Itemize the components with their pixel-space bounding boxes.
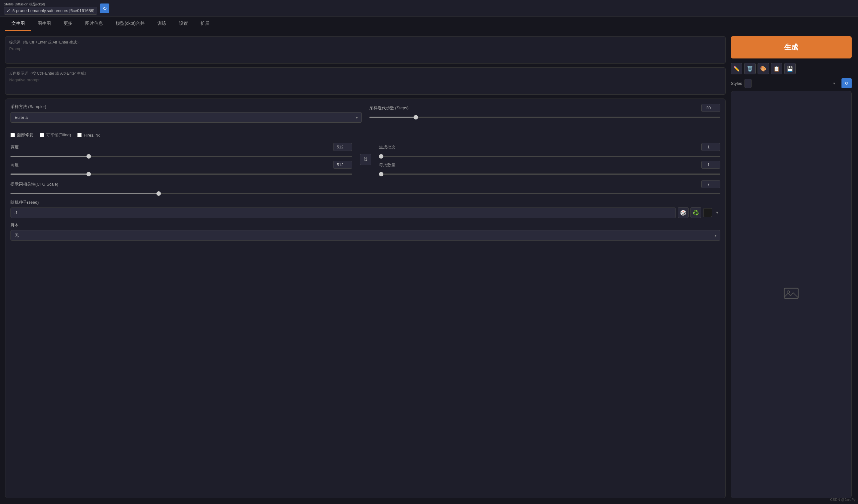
width-input[interactable] bbox=[333, 143, 352, 151]
face-restore-input[interactable] bbox=[11, 133, 15, 137]
tab-merge[interactable]: 模型(ckpt)合并 bbox=[109, 17, 151, 31]
seed-section: 随机种子(seed) 🎲 ♻️ ▼ bbox=[11, 199, 720, 218]
height-slider[interactable] bbox=[11, 174, 352, 175]
seed-dice-button[interactable]: 🎲 bbox=[678, 207, 688, 218]
right-panel: 生成 ✏️ 🗑️ 🎨 📋 💾 Styles bbox=[731, 36, 852, 498]
cfg-slider[interactable] bbox=[11, 193, 720, 194]
tiling-input[interactable] bbox=[40, 133, 44, 137]
pencil-icon: ✏️ bbox=[733, 66, 740, 72]
negative-prompt-input[interactable] bbox=[9, 78, 721, 90]
script-select[interactable]: 无 bbox=[11, 230, 720, 241]
save-button[interactable]: 💾 bbox=[784, 63, 796, 75]
model-info: Stable Diffusion 模型(ckpt) v1-5-pruned-em… bbox=[4, 2, 97, 15]
generate-button[interactable]: 生成 bbox=[731, 36, 852, 59]
seed-extra-button[interactable]: ▼ bbox=[714, 209, 720, 216]
style2-button[interactable]: 📋 bbox=[771, 63, 782, 75]
cfg-row: 提示词相关性(CFG Scale) bbox=[11, 180, 720, 188]
steps-input[interactable] bbox=[701, 104, 720, 112]
cfg-label: 提示词相关性(CFG Scale) bbox=[11, 181, 58, 187]
cfg-input[interactable] bbox=[701, 180, 720, 188]
hires-fix-input[interactable] bbox=[77, 133, 82, 137]
negative-prompt-area: 反向提示词（按 Ctrl+Enter 或 Alt+Enter 生成） bbox=[5, 67, 726, 95]
sampler-select[interactable]: Euler aEulerLMSHeunDPM2DPM2 aDDIMPLMS bbox=[11, 112, 362, 123]
seed-row: 🎲 ♻️ ▼ bbox=[11, 207, 720, 218]
seed-input[interactable] bbox=[11, 208, 676, 218]
width-label: 宽度 bbox=[11, 144, 36, 150]
svg-rect-0 bbox=[784, 288, 798, 298]
height-input[interactable] bbox=[333, 161, 352, 169]
script-label: 脚本 bbox=[11, 223, 720, 228]
tab-img2img[interactable]: 图生图 bbox=[31, 17, 57, 31]
tiling-label: 可平铺(Tiling) bbox=[46, 132, 71, 138]
watermark: CSDN @JaroPy bbox=[830, 498, 856, 502]
image-placeholder-icon bbox=[784, 286, 799, 304]
batch-count-slider[interactable] bbox=[379, 156, 721, 157]
width-slider[interactable] bbox=[11, 156, 352, 157]
model-select[interactable]: v1-5-pruned-emaonly.safetensors [6ce0161… bbox=[4, 7, 97, 15]
dimensions-batch-row: 宽度 高度 ⇅ bbox=[11, 143, 720, 176]
model-refresh-button[interactable]: ↻ bbox=[100, 3, 109, 13]
batch-size-label: 每批数量 bbox=[379, 162, 404, 168]
model-title: Stable Diffusion 模型(ckpt) bbox=[4, 2, 97, 7]
batch-size-slider[interactable] bbox=[379, 174, 721, 175]
seed-color-button[interactable] bbox=[703, 208, 712, 217]
styles-select[interactable] bbox=[745, 79, 751, 88]
styles-label: Styles bbox=[731, 81, 742, 86]
sampler-label: 采样方法 (Sampler) bbox=[11, 104, 362, 110]
script-section: 脚本 无 bbox=[11, 223, 720, 241]
tab-extensions[interactable]: 扩展 bbox=[194, 17, 216, 31]
face-restore-label: 面部修复 bbox=[17, 132, 33, 138]
swap-col: ⇅ bbox=[357, 143, 374, 176]
tab-settings[interactable]: 设置 bbox=[173, 17, 194, 31]
image-canvas bbox=[731, 91, 852, 498]
positive-prompt-input[interactable] bbox=[9, 46, 721, 59]
steps-section: 采样迭代步数 (Steps) bbox=[369, 104, 721, 123]
steps-slider[interactable] bbox=[369, 117, 721, 118]
save-icon: 💾 bbox=[787, 66, 793, 72]
cfg-section: 提示词相关性(CFG Scale) bbox=[11, 180, 720, 195]
sampler-section: 采样方法 (Sampler) Euler aEulerLMSHeunDPM2DP… bbox=[11, 104, 362, 123]
tab-train[interactable]: 训练 bbox=[151, 17, 173, 31]
trash-icon: 🗑️ bbox=[747, 66, 753, 72]
pencil-button[interactable]: ✏️ bbox=[731, 63, 742, 75]
positive-prompt-area: 提示词（按 Ctrl+Enter 或 Alt+Enter 生成） bbox=[5, 36, 726, 64]
positive-prompt-label: 提示词（按 Ctrl+Enter 或 Alt+Enter 生成） bbox=[9, 40, 721, 45]
top-bar: Stable Diffusion 模型(ckpt) v1-5-pruned-em… bbox=[0, 0, 858, 17]
batch-col: 生成批次 每批数量 bbox=[379, 143, 721, 176]
tab-img-info[interactable]: 图片信息 bbox=[79, 17, 109, 31]
negative-prompt-label: 反向提示词（按 Ctrl+Enter 或 Alt+Enter 生成） bbox=[9, 71, 721, 76]
hires-fix-checkbox[interactable]: Hires. fix bbox=[77, 133, 100, 137]
style1-icon: 🎨 bbox=[760, 66, 766, 72]
steps-label: 采样迭代步数 (Steps) bbox=[369, 105, 409, 111]
batch-count-input[interactable] bbox=[701, 143, 720, 151]
main-content: 提示词（按 Ctrl+Enter 或 Alt+Enter 生成） 反向提示词（按… bbox=[0, 31, 858, 503]
toolbar-icons: ✏️ 🗑️ 🎨 📋 💾 bbox=[731, 63, 852, 75]
hires-fix-label: Hires. fix bbox=[84, 133, 100, 137]
svg-point-1 bbox=[787, 291, 790, 293]
checkbox-row: 面部修复 可平铺(Tiling) Hires. fix bbox=[11, 132, 720, 138]
swap-dimensions-button[interactable]: ⇅ bbox=[360, 154, 371, 165]
nav-tabs: 文生图 图生图 更多 图片信息 模型(ckpt)合并 训练 设置 扩展 bbox=[0, 17, 858, 31]
settings-panel: 采样方法 (Sampler) Euler aEulerLMSHeunDPM2DP… bbox=[5, 98, 726, 498]
batch-count-label: 生成批次 bbox=[379, 144, 404, 150]
batch-size-row: 每批数量 bbox=[379, 161, 721, 169]
styles-refresh-icon: ↻ bbox=[845, 81, 848, 86]
face-restore-checkbox[interactable]: 面部修复 bbox=[11, 132, 33, 138]
left-panel: 提示词（按 Ctrl+Enter 或 Alt+Enter 生成） 反向提示词（按… bbox=[5, 36, 726, 498]
height-label: 高度 bbox=[11, 162, 36, 168]
refresh-icon: ↻ bbox=[103, 5, 107, 12]
model-select-wrapper: v1-5-pruned-emaonly.safetensors [6ce0161… bbox=[4, 7, 97, 15]
tab-txt2img[interactable]: 文生图 bbox=[5, 17, 31, 31]
style1-button[interactable]: 🎨 bbox=[758, 63, 769, 75]
swap-icon: ⇅ bbox=[363, 156, 367, 162]
tab-more[interactable]: 更多 bbox=[57, 17, 79, 31]
style2-icon: 📋 bbox=[774, 66, 780, 72]
tiling-checkbox[interactable]: 可平铺(Tiling) bbox=[40, 132, 71, 138]
seed-label: 随机种子(seed) bbox=[11, 199, 720, 205]
styles-refresh-button[interactable]: ↻ bbox=[841, 78, 852, 88]
batch-size-input[interactable] bbox=[701, 161, 720, 169]
width-row: 宽度 bbox=[11, 143, 352, 151]
batch-count-row: 生成批次 bbox=[379, 143, 721, 151]
seed-recycle-button[interactable]: ♻️ bbox=[690, 207, 701, 218]
trash-button[interactable]: 🗑️ bbox=[744, 63, 756, 75]
